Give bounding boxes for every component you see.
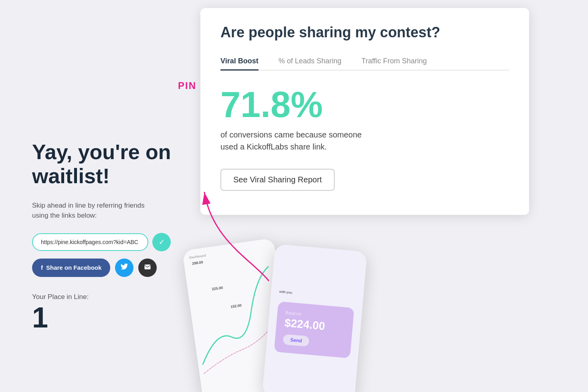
big-percent-value: 71.8%: [220, 87, 509, 123]
social-buttons: f Share on Facebook: [32, 259, 184, 277]
email-share-button[interactable]: [138, 259, 157, 277]
conversion-text: of conversions came because someone used…: [220, 129, 389, 153]
analytics-panel: Are people sharing my contest? Viral Boo…: [200, 8, 529, 215]
twitter-share-button[interactable]: [115, 259, 133, 277]
phones-area: Dashboard 298.00 225.00 152.00 with you …: [168, 212, 417, 392]
subtext: Skip ahead in line by referring friends …: [32, 200, 184, 221]
email-icon: [144, 263, 151, 272]
phone-send-btn: Send: [283, 334, 309, 347]
phone-amount: $224.00: [284, 316, 326, 333]
logo: PIN: [178, 80, 196, 91]
tabs-row: Viral Boost % of Leads Sharing Traffic F…: [220, 53, 509, 71]
panel-title: Are people sharing my contest?: [220, 24, 509, 41]
place-in-line-number: 1: [32, 303, 184, 332]
share-link-input[interactable]: [32, 233, 148, 251]
facebook-icon: f: [41, 264, 43, 271]
tab-traffic-sharing[interactable]: Traffic From Sharing: [362, 53, 427, 71]
phone-card: Balance $224.00 Send: [274, 301, 354, 358]
share-link-row: ✓: [32, 233, 184, 251]
tab-leads-sharing[interactable]: % of Leads Sharing: [279, 53, 341, 71]
tab-viral-boost[interactable]: Viral Boost: [220, 53, 259, 71]
check-icon: ✓: [159, 238, 165, 247]
twitter-icon: [120, 263, 128, 273]
phone-screen-right: with you Balance $224.00 Send: [262, 244, 367, 392]
see-report-button[interactable]: See Viral Sharing Report: [220, 169, 335, 191]
phone-mockup-right: with you Balance $224.00 Send: [262, 244, 367, 392]
headline: Yay, you're on waitlist!: [32, 140, 184, 188]
facebook-share-button[interactable]: f Share on Facebook: [32, 259, 110, 277]
place-in-line-label: Your Place in Line:: [32, 293, 184, 301]
